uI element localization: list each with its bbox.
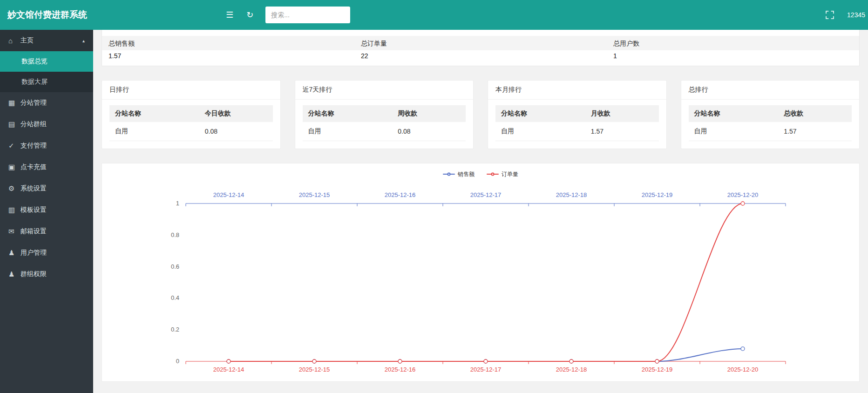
sidebar-subitem-data-overview[interactable]: 数据总览 bbox=[0, 51, 93, 72]
stat-label: 总订单量 bbox=[354, 36, 607, 50]
ranking-header-row: 分站名称总收款 bbox=[689, 105, 852, 122]
sidebar-item-template-settings[interactable]: ▥模板设置 bbox=[0, 199, 93, 221]
svg-text:2025-12-20: 2025-12-20 bbox=[727, 191, 759, 198]
home-icon: ⌂ bbox=[8, 37, 20, 45]
svg-text:2025-12-18: 2025-12-18 bbox=[556, 366, 587, 373]
cell-amount: 1.57 bbox=[778, 122, 852, 141]
cell-site-name: 自用 bbox=[689, 122, 779, 141]
svg-text:0.2: 0.2 bbox=[171, 326, 179, 333]
cell-site-name: 自用 bbox=[495, 122, 585, 141]
column-header: 分站名称 bbox=[495, 105, 585, 122]
svg-text:1: 1 bbox=[176, 200, 179, 207]
sidebar-item-group-permissions[interactable]: ♟群组权限 bbox=[0, 264, 93, 285]
cell-site-name: 自用 bbox=[303, 122, 393, 141]
sidebar-item-label: 用户管理 bbox=[20, 249, 47, 257]
sidebar-nav: ⌂主页▴数据总览数据大屏▦分站管理▤分站群组✓支付管理▣点卡充值⚙系统设置▥模板… bbox=[0, 30, 93, 285]
sidebar-subitem-label: 数据大屏 bbox=[21, 78, 47, 86]
svg-text:2025-12-19: 2025-12-19 bbox=[642, 191, 673, 198]
ranking-card-total: 总排行分站名称总收款自用1.57 bbox=[681, 80, 860, 149]
ranking-title: 总排行 bbox=[681, 81, 860, 100]
sidebar-item-system-settings[interactable]: ⚙系统设置 bbox=[0, 178, 93, 199]
header: 妙文馆付费进群系统 ☰ ↻ 12345 bbox=[0, 0, 868, 30]
stat-label: 总销售额 bbox=[102, 36, 354, 50]
ranking-body: 分站名称今日收款自用0.08 bbox=[102, 100, 280, 149]
svg-text:2025-12-19: 2025-12-19 bbox=[642, 366, 673, 373]
legend-label: 订单量 bbox=[502, 170, 518, 178]
sidebar-subitem-data-screen[interactable]: 数据大屏 bbox=[0, 72, 93, 92]
stat-value: 22 bbox=[354, 50, 607, 66]
stat-value: 1.57 bbox=[102, 50, 354, 66]
legend-marker bbox=[487, 174, 499, 175]
mail-icon: ✉ bbox=[8, 227, 20, 236]
legend-dot bbox=[448, 173, 451, 176]
app-title: 妙文馆付费进群系统 bbox=[0, 9, 93, 21]
cell-amount: 0.08 bbox=[199, 122, 273, 141]
legend-item-orders[interactable]: 订单量 bbox=[487, 170, 518, 178]
ranking-body: 分站名称总收款自用1.57 bbox=[681, 100, 860, 149]
sidebar-item-label: 点卡充值 bbox=[20, 163, 47, 171]
sidebar-item-user-manage[interactable]: ♟用户管理 bbox=[0, 242, 93, 264]
column-header: 总收款 bbox=[778, 105, 852, 122]
search-input[interactable] bbox=[265, 7, 350, 23]
legend-marker bbox=[443, 174, 455, 175]
sidebar-item-label: 支付管理 bbox=[20, 142, 47, 150]
legend-label: 销售额 bbox=[458, 170, 475, 178]
column-header: 分站名称 bbox=[303, 105, 393, 122]
sidebar-subitem-label: 数据总览 bbox=[21, 57, 47, 66]
sidebar-item-home[interactable]: ⌂主页▴ bbox=[0, 30, 93, 51]
chart-legend: 销售额订单量 bbox=[102, 170, 859, 178]
refresh-icon[interactable]: ↻ bbox=[246, 11, 253, 19]
column-header: 今日收款 bbox=[199, 105, 273, 122]
ranking-body: 分站名称周收款自用0.08 bbox=[295, 100, 474, 149]
sidebar-item-mail-settings[interactable]: ✉邮箱设置 bbox=[0, 221, 93, 242]
ranking-header-row: 分站名称周收款 bbox=[303, 105, 466, 122]
ranking-card-month: 本月排行分站名称月收款自用1.57 bbox=[488, 80, 667, 149]
chart-card: 销售额订单量 00.20.40.60.812025-12-142025-12-1… bbox=[102, 163, 860, 382]
chart-svg: 00.20.40.60.812025-12-142025-12-152025-1… bbox=[102, 181, 859, 381]
username[interactable]: 12345 bbox=[847, 11, 865, 19]
svg-text:2025-12-16: 2025-12-16 bbox=[385, 366, 416, 373]
cell-site-name: 自用 bbox=[109, 122, 199, 141]
card-icon: ▣ bbox=[8, 163, 20, 171]
collapse-sidebar-icon[interactable]: ☰ bbox=[226, 11, 233, 19]
sidebar-item-card-recharge[interactable]: ▣点卡充值 bbox=[0, 156, 93, 178]
table-row: 自用0.08 bbox=[303, 122, 466, 141]
legend-dot bbox=[491, 173, 495, 176]
ranking-title: 本月排行 bbox=[488, 81, 666, 100]
sidebar-item-label: 群组权限 bbox=[20, 270, 47, 278]
svg-text:2025-12-15: 2025-12-15 bbox=[299, 191, 330, 198]
svg-text:2025-12-18: 2025-12-18 bbox=[556, 191, 587, 198]
header-right: 12345 bbox=[826, 11, 868, 19]
ranking-body: 分站名称月收款自用1.57 bbox=[488, 100, 666, 149]
rankings-row: 日排行分站名称今日收款自用0.08近7天排行分站名称周收款自用0.08本月排行分… bbox=[102, 80, 860, 149]
users-icon: ♟ bbox=[8, 270, 20, 278]
table-row: 自用1.57 bbox=[495, 122, 659, 141]
submenu-home: 数据总览数据大屏 bbox=[0, 51, 93, 92]
caret-up-icon: ▴ bbox=[82, 38, 85, 43]
ranking-title: 日排行 bbox=[102, 81, 280, 100]
sidebar-item-label: 主页 bbox=[20, 36, 34, 45]
search-box bbox=[265, 7, 350, 23]
svg-text:0: 0 bbox=[176, 358, 179, 365]
stat-cell-5: 总用户数1 bbox=[607, 36, 859, 66]
gear-icon: ⚙ bbox=[8, 184, 20, 193]
svg-text:0.8: 0.8 bbox=[171, 231, 179, 238]
sidebar-item-payment-manage[interactable]: ✓支付管理 bbox=[0, 135, 93, 156]
check-circle-icon: ✓ bbox=[8, 142, 20, 150]
layers-icon: ▤ bbox=[8, 120, 20, 129]
cell-amount: 0.08 bbox=[392, 122, 466, 141]
ranking-header-row: 分站名称月收款 bbox=[495, 105, 659, 122]
sidebar-item-site-groups[interactable]: ▤分站群组 bbox=[0, 114, 93, 135]
svg-text:2025-12-16: 2025-12-16 bbox=[385, 191, 416, 198]
table-row: 自用0.08 bbox=[109, 122, 273, 141]
svg-text:2025-12-17: 2025-12-17 bbox=[470, 191, 502, 198]
column-header: 分站名称 bbox=[109, 105, 199, 122]
legend-item-sales[interactable]: 销售额 bbox=[443, 170, 475, 178]
ranking-header-row: 分站名称今日收款 bbox=[109, 105, 273, 122]
ranking-table: 分站名称月收款自用1.57 bbox=[495, 105, 659, 141]
sidebar-item-site-manage[interactable]: ▦分站管理 bbox=[0, 92, 93, 114]
svg-text:0.6: 0.6 bbox=[171, 263, 179, 270]
svg-text:2025-12-15: 2025-12-15 bbox=[299, 366, 330, 373]
fullscreen-icon[interactable] bbox=[826, 11, 834, 19]
ranking-table: 分站名称总收款自用1.57 bbox=[689, 105, 852, 141]
